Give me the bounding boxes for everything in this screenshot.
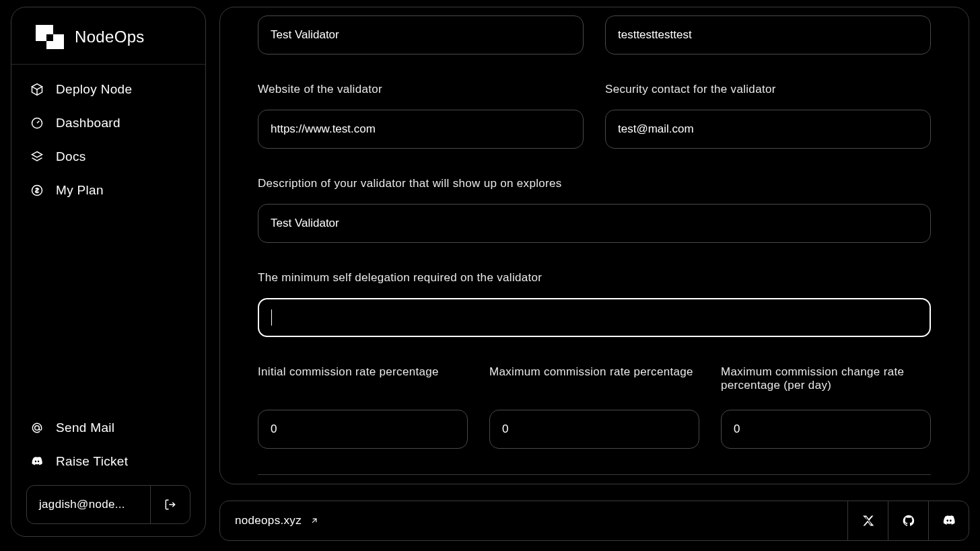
logout-icon xyxy=(164,498,177,511)
sidebar-item-deploy-node[interactable]: Deploy Node xyxy=(30,82,186,97)
website-label: Website of the validator xyxy=(258,83,584,96)
sidebar-item-label: Raise Ticket xyxy=(56,454,128,469)
discord-icon xyxy=(30,455,44,468)
sidebar-item-raise-ticket[interactable]: Raise Ticket xyxy=(30,454,186,469)
description-input[interactable] xyxy=(258,204,931,243)
commission-change-label: Maximum commission change rate percentag… xyxy=(721,365,931,396)
commission-change-input[interactable] xyxy=(721,410,931,449)
sidebar-support: Send Mail Raise Ticket xyxy=(11,420,205,485)
sidebar-item-docs[interactable]: Docs xyxy=(30,149,186,164)
sidebar-nav: Deploy Node Dashboard Docs My Plan xyxy=(11,65,205,215)
description-label: Description of your validator that will … xyxy=(258,177,931,190)
sidebar-item-label: My Plan xyxy=(56,183,104,198)
account-email[interactable]: jagdish@node... xyxy=(27,486,151,523)
logout-button[interactable] xyxy=(151,486,190,523)
svg-rect-4 xyxy=(46,34,53,41)
social-x[interactable] xyxy=(847,501,888,540)
commission-initial-input[interactable] xyxy=(258,410,468,449)
min-self-delegation-input[interactable] xyxy=(258,298,931,337)
at-icon xyxy=(30,421,44,435)
social-discord[interactable] xyxy=(928,501,969,540)
site-url: nodeops.xyz xyxy=(235,514,302,527)
min-self-delegation-label: The minimum self delegation required on … xyxy=(258,271,931,285)
layers-icon xyxy=(30,150,44,163)
bottom-bar: nodeops.xyz xyxy=(219,501,969,541)
sidebar-item-label: Docs xyxy=(56,149,86,164)
commission-initial-label: Initial commission rate percentage xyxy=(258,365,468,396)
commission-max-input[interactable] xyxy=(489,410,699,449)
main-panel: Website of the validator Security contac… xyxy=(219,7,969,484)
sidebar-item-dashboard[interactable]: Dashboard xyxy=(30,116,186,131)
social-github[interactable] xyxy=(888,501,928,540)
security-contact-input[interactable] xyxy=(605,110,931,149)
gauge-icon xyxy=(30,116,44,130)
sidebar-item-my-plan[interactable]: My Plan xyxy=(30,183,186,198)
sidebar-item-label: Deploy Node xyxy=(56,82,132,97)
section-divider xyxy=(258,474,931,475)
site-link[interactable]: nodeops.xyz xyxy=(220,501,847,540)
account-row: jagdish@node... xyxy=(26,485,190,524)
brand-logo-icon xyxy=(36,25,64,49)
github-icon xyxy=(902,514,915,527)
commission-max-label: Maximum commission rate percentage xyxy=(489,365,699,396)
validator-name-input[interactable] xyxy=(258,15,584,54)
x-icon xyxy=(862,514,875,527)
validator-identity-input[interactable] xyxy=(605,15,931,54)
security-contact-label: Security contact for the validator xyxy=(605,83,931,96)
discord-icon xyxy=(942,513,956,528)
sidebar: NodeOps Deploy Node Dashboard Docs My Pl… xyxy=(11,7,206,537)
cube-icon xyxy=(30,83,44,96)
validator-form: Website of the validator Security contac… xyxy=(258,7,931,484)
sidebar-item-label: Send Mail xyxy=(56,420,114,435)
website-input[interactable] xyxy=(258,110,584,149)
text-cursor-icon xyxy=(271,309,272,326)
sidebar-item-send-mail[interactable]: Send Mail xyxy=(30,420,186,435)
sidebar-item-label: Dashboard xyxy=(56,116,120,131)
external-link-icon xyxy=(310,516,319,525)
dollar-circle-icon xyxy=(30,184,44,197)
svg-point-7 xyxy=(35,426,40,431)
brand[interactable]: NodeOps xyxy=(11,7,205,65)
brand-name: NodeOps xyxy=(75,28,145,46)
